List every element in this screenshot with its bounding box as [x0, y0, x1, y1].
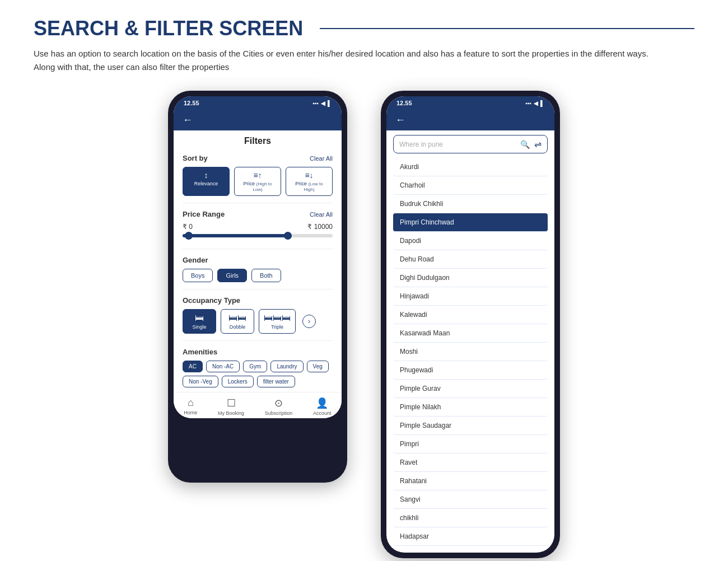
- location-pimpri-chinchwad[interactable]: Pimpri Chinchwad: [393, 213, 548, 232]
- search-screen: Where in pune 🔍 ⇌ Akurdi Charhoil Budruk…: [386, 130, 554, 553]
- filter-screen-title: Filters: [174, 130, 342, 149]
- wifi-icon: ◀: [321, 100, 325, 106]
- occ-single[interactable]: 🛏 Single: [183, 309, 216, 334]
- amenity-non-veg[interactable]: Non -Veg: [183, 376, 218, 387]
- slider-fill: [183, 234, 288, 237]
- sort-by-header: Sort by Clear All: [183, 154, 333, 162]
- amenity-filter-water[interactable]: filter water: [257, 376, 295, 387]
- location-pimple-gurav[interactable]: Pimple Gurav: [393, 380, 548, 398]
- filter-icon[interactable]: ⇌: [534, 139, 542, 149]
- price-high-sub: (High to Low): [253, 181, 272, 192]
- search-back-button[interactable]: ←: [395, 114, 405, 126]
- occ-more-button[interactable]: ›: [302, 315, 316, 328]
- gender-both[interactable]: Both: [251, 269, 281, 282]
- divider-2: [183, 249, 333, 249]
- double-icon: 🛏🛏: [226, 313, 249, 323]
- booking-icon: ☐: [227, 397, 236, 409]
- location-kalewadi[interactable]: Kalewadi: [393, 306, 548, 324]
- amenity-veg[interactable]: Veg: [307, 361, 329, 372]
- page-header: SEARCH & FILTER SCREEN: [34, 17, 694, 40]
- location-chikhli[interactable]: chikhli: [393, 509, 548, 527]
- price-range-section: Price Range Clear All ₹ 0 ₹ 10000: [174, 205, 342, 246]
- sort-options: ↕ Relevance ≡↑ Price (High to Low) ≡↓ Pr…: [183, 167, 333, 196]
- account-label: Account: [313, 410, 332, 416]
- slider-thumb-left[interactable]: [185, 232, 193, 240]
- occ-double[interactable]: 🛏🛏 Dobble: [221, 309, 254, 334]
- bottom-nav: ⌂ Home ☐ My Booking ⊙ Subscription 👤 Acc…: [174, 392, 342, 418]
- location-hinjawadi[interactable]: Hinjawadi: [393, 287, 548, 306]
- location-sangvi[interactable]: Sangvi: [393, 490, 548, 509]
- gender-girls[interactable]: Girls: [217, 269, 247, 282]
- price-max: ₹ 10000: [307, 223, 333, 231]
- location-ravet[interactable]: Ravet: [393, 454, 548, 472]
- slider-thumb-right[interactable]: [284, 232, 292, 240]
- location-dehu-road[interactable]: Dehu Road: [393, 250, 548, 269]
- search-status-bar: 12.55 ▪▪▪ ◀ ▌: [386, 96, 554, 110]
- gender-label: Gender: [183, 256, 333, 264]
- divider-4: [183, 340, 333, 341]
- location-rahatani[interactable]: Rahatani: [393, 472, 548, 490]
- triple-label: Triple: [271, 324, 283, 330]
- sort-price-high[interactable]: ≡↑ Price (High to Low): [234, 167, 281, 196]
- location-hadapsar[interactable]: Hadapsar: [393, 527, 548, 546]
- account-icon: 👤: [316, 397, 328, 409]
- price-low-sub: (Low to High): [304, 181, 323, 192]
- relevance-label: Relevance: [194, 181, 218, 186]
- search-time: 12.55: [396, 100, 412, 106]
- location-dighi-dudulgaon[interactable]: Dighi Dudulgaon: [393, 269, 548, 287]
- filter-time: 12.55: [184, 100, 199, 106]
- price-high-icon: ≡↑: [239, 171, 276, 180]
- amenity-laundry[interactable]: Laundry: [270, 361, 303, 372]
- nav-account[interactable]: 👤 Account: [313, 397, 332, 416]
- sort-price-low[interactable]: ≡↓ Price (Low to High): [286, 167, 333, 196]
- amenity-non-ac[interactable]: Non -AC: [206, 361, 240, 372]
- divider-3: [183, 289, 333, 289]
- subscription-icon: ⊙: [274, 397, 283, 409]
- amenity-lockers[interactable]: Lockers: [222, 376, 254, 387]
- nav-booking[interactable]: ☐ My Booking: [218, 397, 244, 416]
- sort-relevance[interactable]: ↕ Relevance: [183, 167, 230, 196]
- gender-section: Gender Boys Girls Both: [174, 251, 342, 287]
- price-low-icon: ≡↓: [291, 171, 328, 180]
- price-low-label: Price: [295, 181, 307, 186]
- nav-subscription[interactable]: ⊙ Subscription: [265, 397, 293, 416]
- price-high-label: Price: [243, 181, 255, 186]
- search-wifi-icon: ◀: [534, 100, 538, 106]
- amenities-grid: AC Non -AC Gym Laundry Veg Non -Veg Lock…: [183, 361, 333, 387]
- relevance-icon: ↕: [188, 171, 225, 180]
- location-charhoil[interactable]: Charhoil: [393, 176, 548, 195]
- search-icon[interactable]: 🔍: [520, 140, 530, 149]
- location-akurdi[interactable]: Akurdi: [393, 158, 548, 176]
- search-nav-bar: ←: [386, 110, 554, 130]
- location-list: Akurdi Charhoil Budruk Chikhli Pimpri Ch…: [386, 158, 554, 553]
- location-pimpri[interactable]: Pimpri: [393, 435, 548, 454]
- search-phone: 12.55 ▪▪▪ ◀ ▌ ← Where in pune 🔍 ⇌: [381, 91, 560, 558]
- amenity-ac[interactable]: AC: [183, 361, 203, 372]
- booking-label: My Booking: [218, 410, 244, 416]
- filter-back-button[interactable]: ←: [183, 114, 193, 126]
- nav-home[interactable]: ⌂ Home: [184, 397, 197, 416]
- gender-boys[interactable]: Boys: [183, 269, 213, 282]
- price-clear-all[interactable]: Clear All: [310, 211, 333, 218]
- price-range-label: Price Range: [183, 210, 225, 218]
- occupancy-section: Occupancy Type 🛏 Single 🛏🛏 Dobble 🛏🛏🛏: [174, 292, 342, 338]
- single-icon: 🛏: [188, 313, 211, 323]
- price-slider[interactable]: [183, 234, 333, 237]
- page-title: SEARCH & FILTER SCREEN: [34, 17, 303, 40]
- location-pimple-nilakh[interactable]: Pimple Nilakh: [393, 398, 548, 417]
- location-budruk-chikhli[interactable]: Budruk Chikhli: [393, 195, 548, 213]
- location-dapodi[interactable]: Dapodi: [393, 232, 548, 250]
- occ-triple[interactable]: 🛏🛏🛏 Triple: [259, 309, 296, 334]
- location-moshi[interactable]: Moshi: [393, 343, 548, 361]
- location-kasarwadi-maan[interactable]: Kasarwadi Maan: [393, 324, 548, 343]
- filter-phone: 12.55 ▪▪▪ ◀ ▌ ← Filters Sort by Cle: [168, 91, 347, 483]
- single-label: Single: [192, 324, 206, 330]
- location-phugewadi[interactable]: Phugewadi: [393, 361, 548, 380]
- sort-clear-all[interactable]: Clear All: [310, 155, 333, 162]
- occupancy-options: 🛏 Single 🛏🛏 Dobble 🛏🛏🛏 Triple ›: [183, 309, 333, 334]
- location-pimple-saudagar[interactable]: Pimple Saudagar: [393, 417, 548, 435]
- search-bar[interactable]: Where in pune 🔍 ⇌: [393, 135, 548, 153]
- subscription-label: Subscription: [265, 410, 293, 416]
- amenity-gym[interactable]: Gym: [243, 361, 267, 372]
- filter-phone-inner: 12.55 ▪▪▪ ◀ ▌ ← Filters Sort by Cle: [174, 96, 342, 418]
